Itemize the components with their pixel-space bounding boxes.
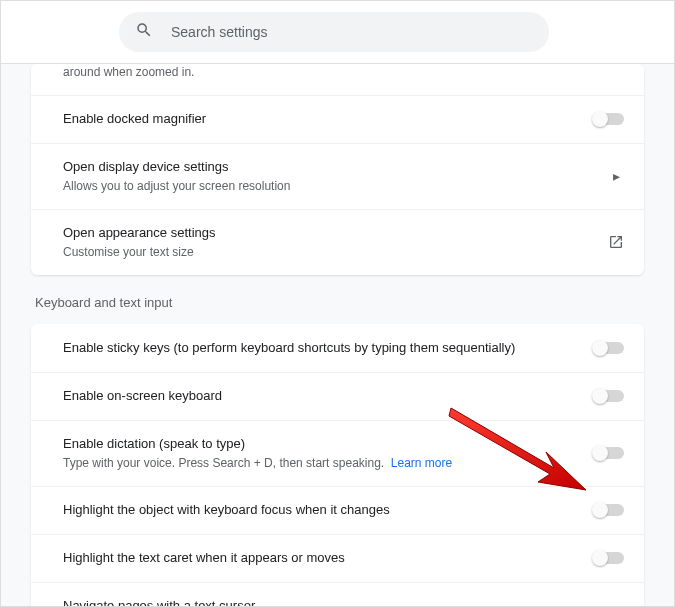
row-desc: Customise your text size (63, 244, 592, 261)
section-heading-keyboard: Keyboard and text input (31, 275, 644, 324)
row-docked-magnifier[interactable]: Enable docked magnifier (31, 95, 644, 143)
row-title: Enable on-screen keyboard (63, 387, 578, 405)
row-title: Highlight the text caret when it appears… (63, 549, 578, 567)
row-title: Enable docked magnifier (63, 110, 578, 128)
row-display-device-settings[interactable]: Open display device settings Allows you … (31, 143, 644, 209)
display-section-card: around when zoomed in. Enable docked mag… (31, 64, 644, 275)
row-highlight-text-caret[interactable]: Highlight the text caret when it appears… (31, 534, 644, 582)
row-onscreen-keyboard[interactable]: Enable on-screen keyboard (31, 372, 644, 420)
row-desc: Allows you to adjust your screen resolut… (63, 178, 597, 195)
learn-more-link[interactable]: Learn more (391, 456, 452, 470)
toggle-onscreen-keyboard[interactable] (594, 390, 624, 402)
row-title: Highlight the object with keyboard focus… (63, 501, 578, 519)
row-enable-dictation[interactable]: Enable dictation (speak to type) Type wi… (31, 420, 644, 486)
search-input[interactable] (171, 24, 533, 40)
keyboard-section-card: Enable sticky keys (to perform keyboard … (31, 324, 644, 606)
toggle-docked-magnifier[interactable] (594, 113, 624, 125)
partial-row-desc: around when zoomed in. (31, 64, 644, 95)
row-title: Open appearance settings (63, 224, 592, 242)
external-link-icon (608, 234, 624, 250)
row-sticky-keys[interactable]: Enable sticky keys (to perform keyboard … (31, 324, 644, 372)
row-title: Enable sticky keys (to perform keyboard … (63, 339, 578, 357)
row-highlight-keyboard-focus[interactable]: Highlight the object with keyboard focus… (31, 486, 644, 534)
top-bar (1, 1, 674, 64)
row-desc: Type with your voice. Press Search + D, … (63, 455, 578, 472)
row-navigate-text-cursor[interactable]: Navigate pages with a text cursor To tur… (31, 582, 644, 606)
settings-scroll-area: around when zoomed in. Enable docked mag… (1, 64, 674, 606)
chevron-right-icon: ▸ (613, 168, 624, 184)
toggle-highlight-focus[interactable] (594, 504, 624, 516)
toggle-enable-dictation[interactable] (594, 447, 624, 459)
row-title: Open display device settings (63, 158, 597, 176)
row-appearance-settings[interactable]: Open appearance settings Customise your … (31, 209, 644, 275)
toggle-highlight-caret[interactable] (594, 552, 624, 564)
row-title: Enable dictation (speak to type) (63, 435, 578, 453)
search-box[interactable] (119, 12, 549, 52)
row-title: Navigate pages with a text cursor (63, 597, 578, 606)
toggle-sticky-keys[interactable] (594, 342, 624, 354)
search-icon (135, 21, 153, 43)
